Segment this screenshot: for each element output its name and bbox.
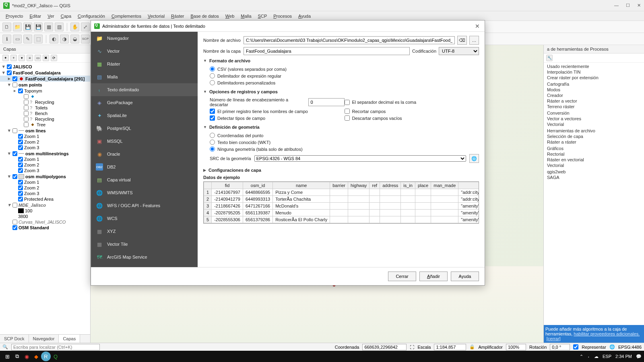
first-record-names-checkbox[interactable] — [210, 109, 215, 114]
source-xyz[interactable]: ▦XYZ — [91, 225, 198, 238]
layer-node[interactable]: Zoom 3 — [0, 168, 90, 173]
clock[interactable]: 2:34 PM — [615, 354, 632, 359]
layer-node[interactable]: Zoom 3 — [0, 191, 90, 196]
remove-icon[interactable]: ✖ — [43, 55, 49, 61]
processing-item[interactable]: Usado recientemente — [547, 64, 641, 69]
processing-item[interactable]: Cartografía — [547, 81, 641, 87]
layout-mgr-icon[interactable]: ▧ — [55, 23, 64, 31]
processing-item[interactable]: Modos — [547, 87, 641, 93]
collapse-icon[interactable]: ▭ — [35, 55, 41, 61]
pan-sel-icon[interactable]: ⤢ — [81, 23, 90, 31]
menu-vectorial[interactable]: Vectorial — [145, 13, 167, 19]
layer-node[interactable]: ▸FastFood_Guadalajara [291] — [0, 76, 90, 82]
lock-icon[interactable]: 🔒 — [469, 344, 475, 350]
identify-icon[interactable]: ℹ — [2, 35, 11, 43]
tool-icon[interactable]: ◐ — [50, 35, 58, 43]
layer-node[interactable]: Zoom 2 — [0, 185, 90, 191]
layer-node[interactable]: 3800 — [0, 214, 90, 219]
close-button[interactable]: ✕ — [637, 3, 641, 8]
layer-node[interactable]: Zoom 3 — [0, 145, 90, 150]
format-regex-radio[interactable] — [210, 73, 215, 78]
save-as-icon[interactable]: 💾 — [34, 23, 43, 31]
keyboard-lang[interactable]: ESP — [603, 354, 611, 359]
style-icon[interactable]: ✦ — [2, 55, 9, 61]
wrench-icon[interactable]: 🔧 — [546, 55, 553, 61]
source-db2[interactable]: DB2DB2 — [91, 160, 198, 173]
close-hint-link[interactable]: [cerrar] — [547, 336, 561, 341]
trim-fields-checkbox[interactable] — [345, 109, 350, 114]
extents-icon[interactable]: ⛶ — [410, 345, 414, 350]
processing-item[interactable]: Ráster a vector — [547, 98, 641, 104]
layer-node[interactable] — [0, 94, 90, 99]
layer-node[interactable]: Zoom 1 — [0, 156, 90, 162]
menu-web[interactable]: Web — [223, 13, 237, 19]
processing-item[interactable]: Conversión — [547, 110, 641, 116]
layer-node[interactable]: ▾osm points — [0, 82, 90, 88]
locator-input[interactable] — [11, 344, 100, 350]
menu-ráster[interactable]: Ráster — [169, 13, 186, 19]
layer-node[interactable]: ▾osm multilinestrings — [0, 150, 90, 156]
rot-input[interactable] — [550, 344, 570, 350]
dropbox-icon[interactable]: ⬪ — [587, 354, 590, 359]
source-geopackage[interactable]: ◈GeoPackage — [91, 96, 198, 109]
maximize-button[interactable]: ☐ — [626, 3, 630, 8]
pan-icon[interactable]: ✋ — [70, 23, 79, 31]
source-r-ster[interactable]: ▦Ráster — [91, 58, 198, 70]
source-spatialite[interactable]: ✦SpatiaLite — [91, 109, 198, 122]
format-custom-radio[interactable] — [210, 80, 215, 85]
rstudio-icon[interactable]: R — [41, 352, 51, 361]
source-vector[interactable]: ∿Vector — [91, 45, 198, 58]
crs-picker-button[interactable]: 🌐 — [469, 154, 479, 163]
section-layer-settings[interactable]: Configuraciones de capa — [203, 168, 479, 173]
source-postgresql[interactable]: 🐘PostgreSQL — [91, 122, 198, 135]
tool-icon[interactable]: ⟳ — [51, 55, 57, 61]
taskview-icon[interactable]: ⧉ — [12, 352, 22, 361]
dialog-help-button[interactable]: Ayuda — [451, 272, 479, 281]
processing-item[interactable]: Gráficos — [547, 146, 641, 151]
new-project-icon[interactable]: 🗋 — [2, 23, 11, 31]
filter-icon[interactable]: ▾ — [19, 55, 25, 61]
layer-node[interactable]: 100 — [0, 208, 90, 214]
layers-tree[interactable]: ▾JALISCO▾FastFood_Guadalajara▸FastFood_G… — [0, 63, 90, 334]
format-csv-radio[interactable] — [210, 66, 215, 72]
menu-malla[interactable]: Malla — [238, 13, 254, 19]
tool-icon[interactable]: ✎ — [23, 35, 32, 43]
processing-item[interactable]: Creador — [547, 93, 641, 98]
processing-item[interactable]: SAGA — [547, 175, 641, 180]
dialog-add-button[interactable]: Añadir — [419, 272, 448, 281]
processing-item[interactable]: Vectorial — [547, 162, 641, 168]
browse-button[interactable]: … — [469, 36, 479, 45]
menu-complementos[interactable]: Complementos — [109, 13, 144, 19]
layer-node[interactable]: Zoom 1 — [0, 179, 90, 185]
dialog-sidebar[interactable]: 📁Navegador∿Vector▦Ráster▨MallaₜTexto del… — [91, 32, 198, 267]
tool-icon[interactable]: ◒ — [70, 35, 79, 43]
layer-node[interactable]: ▾osm multipolygons — [0, 173, 90, 179]
source-wcs[interactable]: 🌐WCS — [91, 212, 198, 225]
skip-lines-input[interactable] — [308, 98, 345, 106]
layer-node[interactable]: ▾JALISCO — [0, 64, 90, 70]
panel-tab-scp-dock[interactable]: SCP Dock — [0, 335, 29, 343]
geom-none-radio[interactable] — [210, 146, 215, 152]
tray-up-icon[interactable]: ⌃ — [580, 354, 583, 359]
menu-procesos[interactable]: Procesos — [271, 13, 294, 19]
menu-configuración[interactable]: Configuración — [75, 13, 107, 19]
processing-list[interactable]: Usado recientementeInterpolación TINCrea… — [544, 63, 644, 325]
source-arcgis-map-service[interactable]: 🗺ArcGIS Map Service — [91, 251, 198, 263]
encoding-select[interactable]: UTF-8 — [439, 47, 479, 55]
processing-item[interactable]: Interpolación TIN — [547, 69, 641, 75]
layer-node[interactable]: Zoom 1 — [0, 134, 90, 139]
geom-crs-select[interactable]: EPSG:4326 - WGS 84 — [254, 155, 466, 162]
layername-input[interactable] — [244, 47, 410, 55]
source-wms-wmts[interactable]: 🌐WMS/WMTS — [91, 186, 198, 199]
detect-types-checkbox[interactable] — [210, 115, 215, 121]
brave-icon[interactable]: ◆ — [31, 352, 41, 361]
layer-node[interactable]: ?Recycling — [0, 99, 90, 105]
menu-base de datos[interactable]: Base de datos — [188, 13, 221, 19]
menu-ver[interactable]: Ver — [45, 13, 57, 19]
layer-node[interactable]: ?Toilets — [0, 105, 90, 111]
open-project-icon[interactable]: 📁 — [13, 23, 22, 31]
source-malla[interactable]: ▨Malla — [91, 70, 198, 83]
layer-node[interactable]: Curvas_Nivel_JALISCO — [0, 219, 90, 225]
layer-node[interactable]: ?Bench — [0, 111, 90, 116]
render-checkbox[interactable] — [573, 344, 578, 350]
